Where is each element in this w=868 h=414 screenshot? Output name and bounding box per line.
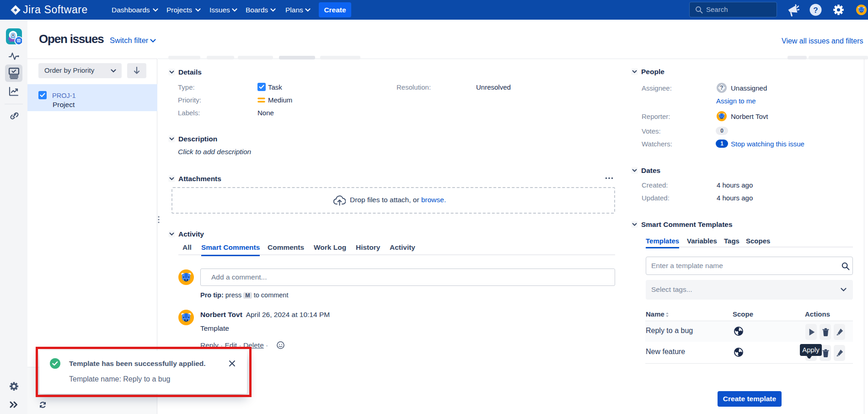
svg-text:?: ?: [813, 6, 818, 15]
svg-text:?: ?: [720, 85, 723, 91]
